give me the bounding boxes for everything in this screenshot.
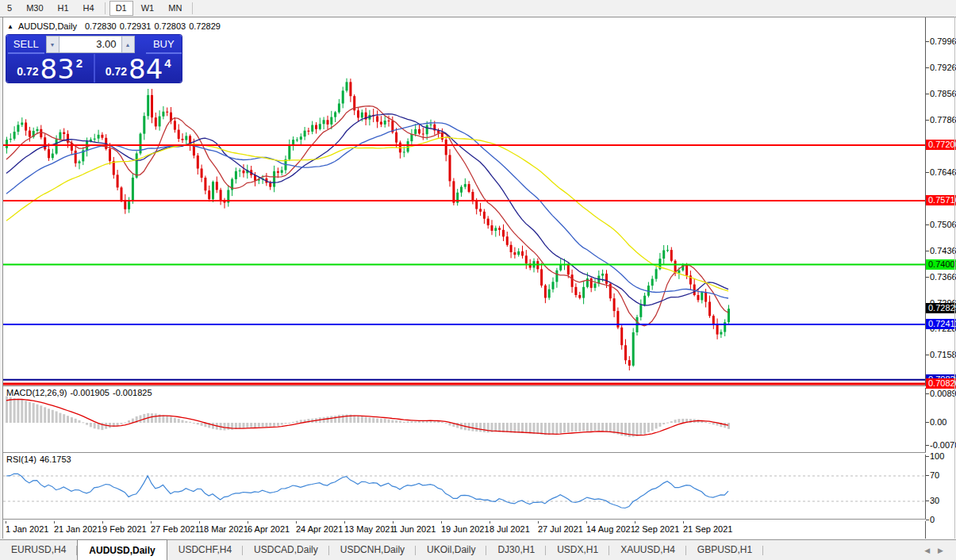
timeframe-button-5[interactable]: 5 bbox=[1, 1, 18, 16]
date-label: 18 Mar 2021 bbox=[199, 524, 248, 534]
ohlc-close: 0.72829 bbox=[189, 21, 221, 31]
chart-window-background bbox=[3, 17, 956, 539]
macd-indicator-label: MACD(12,26,9)-0.001905-0.001825 bbox=[6, 388, 155, 397]
sell-price-prefix: 0.72 bbox=[17, 65, 38, 78]
macd-tick-label: 0.00890 bbox=[930, 389, 956, 398]
date-label: 27 Feb 2021 bbox=[151, 524, 200, 534]
timeframe-button-h1[interactable]: H1 bbox=[52, 1, 75, 16]
rsi-indicator-label: RSI(14)46.1753 bbox=[6, 455, 75, 464]
rsi-tick-label: 0 bbox=[930, 515, 935, 524]
toolbar-separator bbox=[192, 2, 193, 14]
timeframe-button-h4[interactable]: H4 bbox=[77, 1, 101, 16]
tab-ukoil-daily[interactable]: UKOil,Daily bbox=[416, 540, 486, 560]
date-axis[interactable]: 1 Jan 202121 Jan 20219 Feb 202127 Feb 20… bbox=[3, 520, 925, 539]
date-axis-separator bbox=[3, 519, 956, 521]
date-label: 1 Jan 2021 bbox=[6, 524, 48, 534]
price-tick-label: 0.78560 bbox=[930, 89, 956, 98]
price-tick-label: 0.77860 bbox=[930, 115, 956, 125]
timeframe-button-mn[interactable]: MN bbox=[162, 1, 188, 16]
price-line-label: 0.75716 bbox=[926, 195, 956, 205]
rsi-name: RSI(14) bbox=[6, 455, 36, 464]
rsi-tick-label: 30 bbox=[930, 496, 939, 505]
price-tick-label: 0.74360 bbox=[930, 246, 956, 255]
tab-usdcad-daily[interactable]: USDCAD,Daily bbox=[243, 540, 329, 560]
ohlc-low: 0.72803 bbox=[154, 21, 186, 31]
price-line-label: 0.72829 bbox=[926, 303, 956, 313]
tab-gbpusd-h1[interactable]: GBPUSD,H1 bbox=[686, 540, 763, 560]
ohlc-high: 0.72931 bbox=[120, 21, 152, 31]
tab-xauusd-h4[interactable]: XAUUSD,H4 bbox=[609, 540, 686, 560]
buy-price-pip: 4 bbox=[164, 56, 171, 70]
date-label: 24 Apr 2021 bbox=[296, 524, 343, 534]
sell-button[interactable]: SELL bbox=[8, 35, 44, 54]
date-label: 19 Jun 2021 bbox=[441, 524, 490, 534]
sell-price-big: 83 bbox=[40, 58, 75, 80]
date-label: 1 Jun 2021 bbox=[393, 524, 436, 534]
window-frame-top bbox=[0, 17, 956, 17]
timeframe-button-w1[interactable]: W1 bbox=[135, 1, 161, 16]
rsi-panel-separator[interactable] bbox=[3, 452, 956, 455]
volume-decrease-button[interactable]: ▼ bbox=[46, 36, 60, 53]
mt4-window: { "toolbar": { "timeframes": ["5","M30",… bbox=[0, 0, 956, 560]
sell-price-pip: 2 bbox=[76, 56, 83, 70]
buy-price-big: 84 bbox=[129, 58, 163, 80]
date-label: 9 Feb 2021 bbox=[102, 524, 147, 534]
tab-scroll-arrows[interactable]: ◀▶ bbox=[924, 547, 951, 554]
ohlc-open: 0.72830 bbox=[85, 21, 117, 31]
buy-button[interactable]: BUY bbox=[146, 35, 182, 54]
timeframe-toolbar: 5M30H1H4D1W1MN bbox=[0, 0, 956, 17]
tab-dj30-h1[interactable]: DJ30,H1 bbox=[486, 540, 546, 560]
price-tick-label: 0.71580 bbox=[930, 350, 956, 359]
price-axis[interactable]: 0.799600.792600.785600.778600.764600.750… bbox=[926, 17, 956, 539]
price-tick-label: 0.75060 bbox=[930, 220, 956, 229]
chart-symbol: AUDUSD,Daily bbox=[18, 21, 77, 31]
macd-name: MACD(12,26,9) bbox=[6, 388, 67, 397]
date-label: 27 Jul 2021 bbox=[538, 524, 583, 534]
rsi-value: 46.1753 bbox=[40, 455, 71, 464]
symbol-triangle-icon: ▲ bbox=[7, 23, 13, 30]
buy-price-prefix: 0.72 bbox=[106, 65, 127, 78]
timeframe-button-m30[interactable]: M30 bbox=[20, 1, 49, 16]
tab-audusd-daily[interactable]: AUDUSD,Daily bbox=[77, 539, 167, 560]
tab-usdchf-h4[interactable]: USDCHF,H4 bbox=[167, 540, 243, 560]
date-label: 13 May 2021 bbox=[344, 524, 395, 534]
macd-main-value: -0.001905 bbox=[70, 388, 109, 397]
macd-tick-label: 0.00 bbox=[930, 417, 946, 427]
date-label: 21 Jan 2021 bbox=[54, 524, 102, 534]
one-click-trading-panel: SELL ▼ 3.00 ▲ BUY 0.72 83 2 0.72 84 4 bbox=[6, 35, 182, 82]
timeframe-button-d1[interactable]: D1 bbox=[109, 1, 133, 16]
date-label: 21 Sep 2021 bbox=[683, 524, 732, 534]
window-frame-left bbox=[2, 17, 3, 539]
date-label: 2 Sep 2021 bbox=[635, 524, 679, 534]
toolbar-separator bbox=[105, 2, 106, 14]
price-tick-label: 0.73660 bbox=[930, 272, 956, 282]
macd-tick-label: -0.00701 bbox=[930, 440, 956, 450]
sell-price-display[interactable]: 0.72 83 2 bbox=[6, 54, 95, 82]
window-frame-right bbox=[954, 17, 955, 539]
rsi-tick-label: 70 bbox=[930, 470, 939, 480]
price-tick-label: 0.76460 bbox=[930, 167, 956, 177]
tab-divider bbox=[762, 546, 763, 555]
price-line-label: 0.72411 bbox=[926, 319, 956, 329]
price-tick-label: 0.79960 bbox=[930, 36, 956, 46]
macd-panel-separator[interactable] bbox=[3, 385, 956, 388]
rsi-tick-label: 100 bbox=[930, 451, 944, 461]
price-line-label: 0.77200 bbox=[926, 140, 956, 150]
tab-usdx-h1[interactable]: USDX,H1 bbox=[546, 540, 609, 560]
date-label: 8 Jul 2021 bbox=[490, 524, 530, 534]
macd-signal-value: -0.001825 bbox=[113, 388, 152, 397]
tab-usdcnh-daily[interactable]: USDCNH,Daily bbox=[329, 540, 416, 560]
price-line-label: 0.70820 bbox=[926, 378, 956, 389]
date-label: 14 Aug 2021 bbox=[586, 524, 635, 534]
price-tick-label: 0.79260 bbox=[930, 63, 956, 72]
volume-increase-button[interactable]: ▲ bbox=[121, 36, 135, 53]
volume-input[interactable]: 3.00 bbox=[60, 36, 121, 53]
chart-ohlc-header: ▲AUDUSD,Daily0.728300.729310.728030.7282… bbox=[7, 21, 224, 31]
price-line-label: 0.74007 bbox=[926, 259, 956, 270]
chart-tab-bar: EURUSD,H4AUDUSD,DailyUSDCHF,H4USDCAD,Dai… bbox=[0, 539, 956, 560]
tab-eurusd-h4[interactable]: EURUSD,H4 bbox=[0, 540, 77, 560]
date-label: 6 Apr 2021 bbox=[248, 524, 290, 534]
buy-price-display[interactable]: 0.72 84 4 bbox=[95, 54, 182, 82]
